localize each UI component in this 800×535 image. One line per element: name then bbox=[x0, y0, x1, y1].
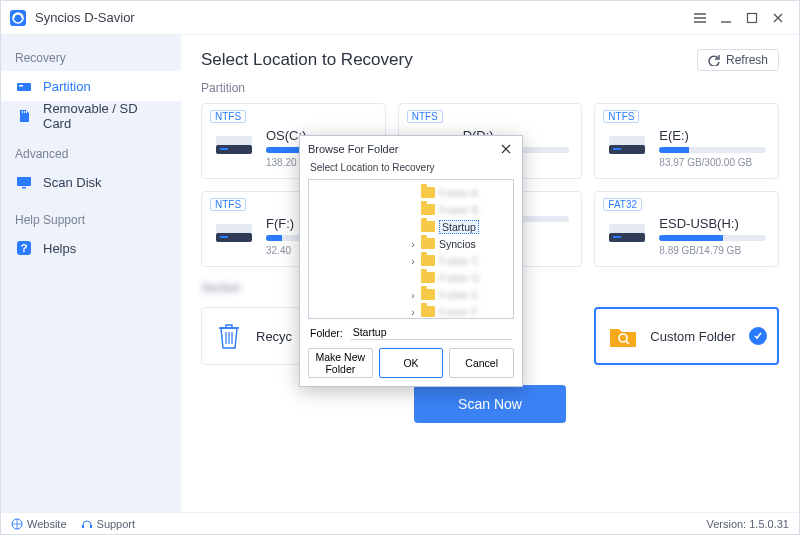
custom-folder-card[interactable]: Custom Folder bbox=[594, 307, 779, 365]
drive-name: E(E:) bbox=[659, 128, 766, 143]
drive-name: ESD-USB(H:) bbox=[659, 216, 766, 231]
dialog-title: Browse For Folder bbox=[308, 143, 398, 155]
svg-rect-8 bbox=[17, 177, 31, 186]
sidebar-item-removable[interactable]: Removable / SD Card bbox=[1, 101, 181, 131]
svg-rect-14 bbox=[220, 148, 228, 150]
help-icon: ? bbox=[15, 239, 33, 257]
fs-badge: NTFS bbox=[210, 110, 246, 123]
sd-card-icon bbox=[15, 107, 33, 125]
svg-rect-3 bbox=[17, 83, 31, 91]
make-new-folder-button[interactable]: Make New Folder bbox=[308, 348, 373, 378]
svg-rect-20 bbox=[613, 148, 621, 150]
fs-badge: NTFS bbox=[407, 110, 443, 123]
svg-rect-5 bbox=[22, 111, 23, 113]
svg-text:?: ? bbox=[21, 242, 28, 254]
folder-icon bbox=[421, 238, 435, 249]
sidebar-section-help: Help Support bbox=[1, 207, 181, 233]
sidebar-item-scan-disk[interactable]: Scan Disk bbox=[1, 167, 181, 197]
check-icon bbox=[749, 327, 767, 345]
cancel-button[interactable]: Cancel bbox=[449, 348, 514, 378]
sidebar: Recovery Partition Removable / SD Card A… bbox=[1, 35, 181, 512]
app-logo-icon bbox=[9, 9, 27, 27]
folder-tree[interactable]: Folder A Folder B Startup ›Syncios ›Fold… bbox=[308, 179, 514, 319]
folder-label: Folder: bbox=[310, 327, 343, 339]
svg-rect-2 bbox=[748, 13, 757, 22]
tree-node-syncios[interactable]: ›Syncios bbox=[409, 235, 513, 252]
title-bar: Syncios D-Savior bbox=[1, 1, 799, 35]
hdd-icon bbox=[607, 216, 647, 246]
headset-icon bbox=[81, 518, 93, 530]
sidebar-section-advanced: Advanced bbox=[1, 141, 181, 167]
scan-now-button[interactable]: Scan Now bbox=[414, 385, 566, 423]
sidebar-item-helps[interactable]: ? Helps bbox=[1, 233, 181, 263]
website-link[interactable]: Website bbox=[11, 518, 67, 530]
fs-badge: FAT32 bbox=[603, 198, 642, 211]
sidebar-item-label: Partition bbox=[43, 79, 91, 94]
app-title: Syncios D-Savior bbox=[35, 10, 135, 25]
sidebar-section-recovery: Recovery bbox=[1, 45, 181, 71]
recycle-bin-icon bbox=[214, 321, 244, 351]
fs-badge: NTFS bbox=[603, 110, 639, 123]
hdd-icon bbox=[214, 216, 254, 246]
drive-icon bbox=[15, 77, 33, 95]
globe-icon bbox=[11, 518, 23, 530]
tree-node-startup[interactable]: Startup bbox=[409, 218, 513, 235]
monitor-icon bbox=[15, 173, 33, 191]
svg-rect-7 bbox=[26, 111, 27, 113]
svg-rect-23 bbox=[220, 236, 228, 238]
fs-badge: NTFS bbox=[210, 198, 246, 211]
drive-card[interactable]: NTFS E(E:) 83.97 GB/300.00 GB bbox=[594, 103, 779, 179]
folder-search-icon bbox=[608, 321, 638, 351]
dialog-subtitle: Select Location to Recovery bbox=[300, 162, 522, 179]
version-label: Version: 1.5.0.31 bbox=[706, 518, 789, 530]
folder-input[interactable]: Startup bbox=[351, 325, 512, 340]
svg-rect-26 bbox=[613, 236, 621, 238]
support-link[interactable]: Support bbox=[81, 518, 136, 530]
menu-icon[interactable] bbox=[687, 5, 713, 31]
maximize-button[interactable] bbox=[739, 5, 765, 31]
svg-rect-4 bbox=[19, 85, 23, 87]
refresh-button[interactable]: Refresh bbox=[697, 49, 779, 71]
sidebar-item-label: Removable / SD Card bbox=[43, 101, 167, 131]
ok-button[interactable]: OK bbox=[379, 348, 444, 378]
close-button[interactable] bbox=[765, 5, 791, 31]
svg-rect-6 bbox=[24, 111, 25, 113]
sidebar-item-label: Scan Disk bbox=[43, 175, 102, 190]
hdd-icon bbox=[607, 128, 647, 158]
svg-rect-9 bbox=[22, 187, 26, 189]
drive-capacity: 8.89 GB/14.79 GB bbox=[659, 245, 766, 256]
dialog-close-button[interactable] bbox=[498, 141, 514, 157]
svg-rect-30 bbox=[90, 525, 92, 528]
section-title-partition: Partition bbox=[201, 81, 779, 95]
page-title: Select Location to Recovery bbox=[201, 50, 413, 70]
status-bar: Website Support Version: 1.5.0.31 bbox=[1, 512, 799, 534]
recycle-bin-label: Recyc bbox=[256, 329, 292, 344]
custom-folder-label: Custom Folder bbox=[650, 329, 735, 344]
drive-capacity: 83.97 GB/300.00 GB bbox=[659, 157, 766, 168]
usage-bar bbox=[659, 147, 689, 153]
browse-folder-dialog: Browse For Folder Select Location to Rec… bbox=[299, 135, 523, 387]
minimize-button[interactable] bbox=[713, 5, 739, 31]
sidebar-item-label: Helps bbox=[43, 241, 76, 256]
refresh-icon bbox=[708, 54, 720, 66]
folder-icon bbox=[421, 221, 435, 232]
hdd-icon bbox=[214, 128, 254, 158]
usage-bar bbox=[266, 235, 282, 241]
sidebar-item-partition[interactable]: Partition bbox=[1, 71, 181, 101]
usage-bar bbox=[659, 235, 723, 241]
svg-rect-29 bbox=[82, 525, 84, 528]
drive-card[interactable]: FAT32 ESD-USB(H:) 8.89 GB/14.79 GB bbox=[594, 191, 779, 267]
